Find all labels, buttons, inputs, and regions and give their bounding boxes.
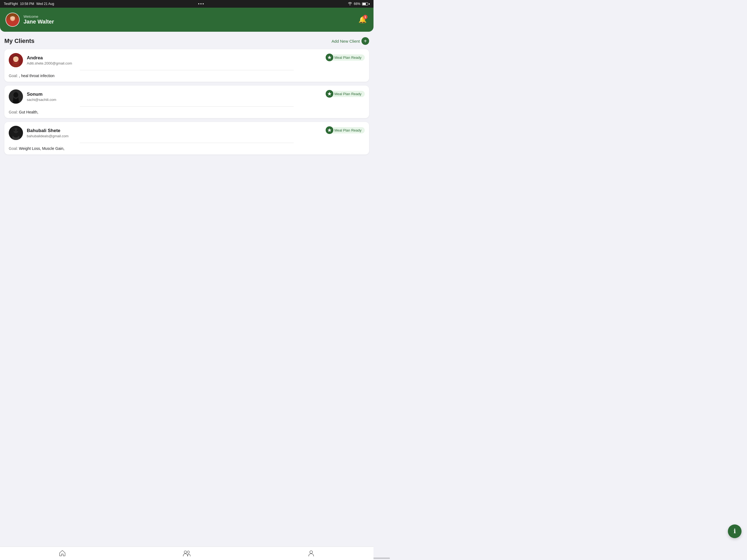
client-email-bahubali: bahubalideals@gmail.com [27,134,69,138]
user-info: Welcome Jane Walter [24,15,54,25]
status-center [198,3,204,4]
client-name: Andrea [27,55,72,61]
meal-plan-badge-sonum: Meal Plan Ready [326,90,365,98]
star-icon-sonum [326,90,333,98]
dot3 [203,3,204,4]
svg-point-8 [14,92,18,98]
client-card-top-sonum: Sonum sachi@sachili.com Meal Plan Ready [9,90,365,104]
client-card-andrea[interactable]: Andrea Aditi.shete.2000@gmail.com Meal P… [4,49,369,82]
dot2 [200,3,202,4]
notification-badge: 1 [363,15,367,19]
meal-plan-label-sonum: Meal Plan Ready [332,91,365,97]
dot1 [198,3,199,4]
header-left: Welcome Jane Walter [5,12,54,27]
status-right: 66% [348,2,370,6]
wifi-icon [348,2,352,6]
add-client-label: Add New Client [332,39,360,44]
user-avatar [5,12,20,27]
testflight-label: TestFlight [4,2,18,6]
client-details-sonum: Sonum sachi@sachili.com [27,92,56,102]
add-icon: + [361,37,369,45]
client-avatar-bahubali [9,126,23,140]
goal-text-bahubali: Weight Loss, Muscle Gain, [19,146,64,151]
meal-plan-label-bahubali: Meal Plan Ready [332,127,365,133]
meal-plan-badge-bahubali: Meal Plan Ready [326,126,365,134]
goal-label-sonum: Goal: [9,110,19,114]
client-email-sonum: sachi@sachili.com [27,98,56,102]
section-header: My Clients Add New Client + [4,37,369,45]
add-new-client-button[interactable]: Add New Client + [332,37,369,45]
client-info-sonum: Sonum sachi@sachili.com [9,90,326,104]
client-card-top: Andrea Aditi.shete.2000@gmail.com Meal P… [9,53,365,67]
header: Welcome Jane Walter 🔔 1 [0,8,374,32]
status-bar: TestFlight 10:58 PM Wed 21 Aug 66% [0,0,374,8]
user-avatar-image [6,12,19,27]
client-details: Andrea Aditi.shete.2000@gmail.com [27,55,72,65]
client-avatar-andrea [9,53,23,67]
svg-marker-9 [328,92,331,96]
goal-text: , heal throat infection [19,74,54,78]
time-label: 10:58 PM [20,2,34,6]
goal-row: Goal: , heal throat infection [9,73,365,78]
divider-sonum [80,106,293,107]
battery-icon [362,2,370,5]
main-content: My Clients Add New Client + [0,32,374,164]
client-details-bahubali: Bahubali Shete bahubalideals@gmail.com [27,128,69,138]
client-name-bahubali: Bahubali Shete [27,128,69,133]
client-avatar-sonum [9,90,23,104]
goal-label: Goal: [9,74,19,78]
status-left: TestFlight 10:58 PM Wed 21 Aug [4,2,54,6]
client-card-bahubali[interactable]: Bahubali Shete bahubalideals@gmail.com M… [4,122,369,154]
user-name: Jane Walter [24,19,54,25]
battery-label: 66% [354,2,360,6]
goal-label-bahubali: Goal: [9,146,19,151]
divider [80,70,293,70]
client-info: Andrea Aditi.shete.2000@gmail.com [9,53,326,67]
star-icon-bahubali [326,126,333,134]
client-info-bahubali: Bahubali Shete bahubalideals@gmail.com [9,126,326,140]
star-icon [326,54,333,61]
svg-marker-6 [328,55,331,59]
client-card-sonum[interactable]: Sonum sachi@sachili.com Meal Plan Ready … [4,85,369,118]
goal-text-sonum: Gut Health, [19,110,38,114]
meal-plan-label: Meal Plan Ready [332,54,365,61]
goal-row-bahubali: Goal: Weight Loss, Muscle Gain, [9,146,365,151]
client-name-sonum: Sonum [27,92,56,97]
client-email: Aditi.shete.2000@gmail.com [27,61,72,65]
date-label: Wed 21 Aug [36,2,54,6]
section-title: My Clients [4,37,34,45]
client-card-top-bahubali: Bahubali Shete bahubalideals@gmail.com M… [9,126,365,140]
goal-row-sonum: Goal: Gut Health, [9,109,365,114]
welcome-text: Welcome [24,15,54,19]
meal-plan-badge-andrea: Meal Plan Ready [326,54,365,61]
notification-button[interactable]: 🔔 1 [357,14,368,25]
svg-point-13 [14,129,15,131]
svg-point-5 [14,56,18,61]
svg-point-14 [17,129,18,131]
svg-marker-15 [328,128,331,132]
